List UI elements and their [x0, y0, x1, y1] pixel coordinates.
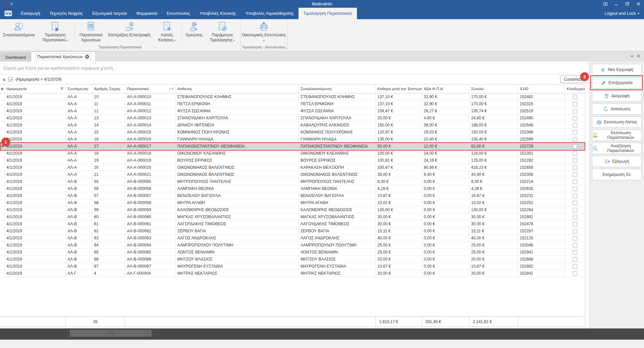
locked-checkbox[interactable] — [573, 151, 577, 156]
sidebar-button-refresh[interactable]: Ανανέωση — [592, 103, 642, 115]
ribbon-tab-8[interactable]: Τιμολόγηση Περιστατικού — [298, 8, 357, 19]
close-tab-icon[interactable] — [85, 54, 89, 59]
table-row[interactable]: 4/1/2019ΑΛ-Β58ΑΛ-Β-000058ΜΗΤΡΑ ΑΓΑΘΗΜΗΤΡ… — [0, 199, 585, 206]
locked-checkbox[interactable] — [573, 194, 577, 198]
locked-checkbox[interactable] — [573, 229, 577, 233]
locked-checkbox-cell[interactable] — [565, 256, 585, 263]
table-row[interactable]: 4/1/2019ΑΛ-Α11ΑΛ-Α-000011ΠΕΤΣΑ ΕΡΜΙΟΝΗΠΕ… — [0, 101, 585, 108]
ribbon-tab-7[interactable]: Υποβολές Αιμοκάθαρσης — [241, 8, 298, 19]
locked-checkbox[interactable] — [573, 137, 577, 142]
funnel-icon[interactable] — [60, 87, 64, 91]
close-button[interactable] — [633, 0, 644, 8]
locked-checkbox[interactable] — [573, 158, 577, 163]
ribbon-tab-5[interactable]: Εκτυπώσεις — [162, 8, 195, 19]
locked-checkbox[interactable] — [573, 201, 577, 205]
sidebar-button-trash[interactable]: Διαγραφή — [592, 90, 642, 102]
ribbon-tab-2[interactable]: Τεχνητός Νεφρός — [45, 8, 88, 19]
filter-checkbox[interactable] — [8, 77, 13, 82]
locked-checkbox-cell[interactable] — [565, 199, 585, 206]
locked-checkbox[interactable] — [573, 208, 577, 212]
locked-checkbox[interactable] — [573, 172, 577, 177]
table-row[interactable]: 4/1/2019ΑΛ-Α20ΑΛ-Α-000020ΟΙΚΟΝΟΜΑΚΟΣ ΒΑΛ… — [0, 164, 585, 171]
clear-filter-button[interactable]: x — [3, 77, 5, 82]
table-row[interactable]: 4/1/2019ΑΛ-Α14ΑΛ-Α-000014ΔΡΑΚΟΥ ΙΦΙΓΕΝΕΙ… — [0, 122, 585, 129]
locked-checkbox[interactable] — [573, 215, 577, 219]
minimize-button[interactable] — [611, 0, 622, 8]
sidebar-button-plus[interactable]: Νέα Εγγραφή — [592, 64, 642, 75]
locked-checkbox-cell[interactable] — [565, 136, 585, 143]
ribbon-button-doc-table[interactable]: Παραστατικά Χρεώσεων — [76, 20, 106, 45]
column-header-locked[interactable]: Κλειδωμένο — [565, 84, 585, 93]
ribbon-tab-4[interactable]: Φαρμακείο — [132, 8, 162, 19]
column-header-party[interactable]: Συναλλασσόμενος — [299, 84, 376, 93]
locked-checkbox[interactable] — [573, 271, 577, 276]
table-row[interactable]: 4/1/2019ΑΛ-Β55ΑΛ-Β-000055ΜΗΤΡΟΠΟΥΛΟΣ ΠΑΝ… — [0, 178, 585, 185]
locked-checkbox[interactable] — [573, 236, 577, 240]
locked-checkbox-cell[interactable] — [565, 214, 585, 220]
sidebar-button-doc-print[interactable]: Εκτύπωση Παραστατικών — [592, 129, 642, 141]
table-row[interactable]: 4/1/2019ΑΛ-Β56ΑΛ-Β-000056ΛΑΜΠΑΚΗ ΘΕΟΝΙΑΛ… — [0, 185, 585, 192]
column-header-total[interactable]: Σύνολο — [469, 84, 518, 93]
locked-checkbox-cell[interactable] — [565, 108, 585, 114]
sidebar-button-s1-update[interactable]: Ενημέρωση S1 — [592, 169, 642, 180]
table-row[interactable]: 4/1/2019ΑΛ-Β60ΑΛ-Β-000060ΜΑΓΚΑΣ ΧΡΥΣΟΒΑΛ… — [0, 214, 585, 221]
locked-checkbox-cell[interactable] — [565, 235, 585, 241]
table-row[interactable]: 4/1/2019ΑΛ-Β59ΑΛ-Β-000059ΚΑΛΟΜΟΙΡΗΣ ΘΕΟΔ… — [0, 206, 585, 214]
column-header-net[interactable]: Καθαρή μετά την Έκπτωσ — [376, 84, 422, 93]
locked-checkbox-cell[interactable] — [565, 129, 585, 136]
locked-checkbox-cell[interactable] — [565, 115, 585, 121]
column-header-s1id[interactable]: S1ID — [518, 84, 565, 93]
column-header-serial[interactable]: Αριθμός Σειράς — [92, 84, 125, 93]
document-tab-2[interactable]: Παραστατικά Χρεώσεων — [31, 51, 96, 62]
locked-checkbox-cell[interactable] — [565, 157, 585, 164]
locked-checkbox[interactable] — [573, 116, 577, 120]
locked-checkbox-cell[interactable] — [565, 93, 585, 100]
locked-checkbox-cell[interactable] — [565, 206, 585, 213]
close-tab-icon[interactable] — [637, 54, 640, 59]
locked-checkbox-cell[interactable] — [565, 192, 585, 199]
locked-checkbox[interactable] — [573, 257, 577, 262]
locked-checkbox[interactable] — [573, 243, 577, 247]
column-header-vat[interactable]: Αξία Φ.Π.Α. — [422, 84, 469, 93]
table-row[interactable]: 4/1/2019ΑΛ-Α10ΑΛ-Α-000010ΣΤΕΦΑΝΟΠΟΥΛΟΣ Κ… — [0, 93, 585, 101]
locked-checkbox-cell[interactable] — [565, 228, 585, 234]
sidebar-button-search[interactable]: Αναζήτηση Παραστατικών — [592, 143, 642, 154]
ribbon-tab-6[interactable]: Υποβολές Κλινικής — [195, 8, 241, 19]
logout-button[interactable]: Logout and Lock ▾ — [600, 8, 644, 19]
sidebar-button-export[interactable]: Εξαγωγή — [592, 156, 642, 167]
locked-checkbox[interactable] — [573, 180, 577, 184]
table-row[interactable]: 4/1/2019ΑΛ-Α15ΑΛ-Α-000015ΚΟΜΝΗΝΟΣ ΠΟΛΥΧΡ… — [0, 129, 585, 136]
locked-checkbox-cell[interactable] — [565, 221, 585, 227]
column-header-patient[interactable]: Ασθενής — [176, 84, 299, 93]
locked-checkbox-cell[interactable] — [565, 122, 585, 128]
table-row[interactable]: 4/1/2019ΑΛ-Α12ΑΛ-Α-000012ΦΥΣΣΑ ΣΩΣΑΝΝΑΦΥ… — [0, 108, 585, 115]
locked-checkbox[interactable] — [573, 130, 577, 134]
locked-checkbox[interactable] — [573, 264, 577, 269]
locked-checkbox-cell[interactable] — [565, 242, 585, 248]
table-row[interactable]: 4/1/2019ΑΛ-Α17ΑΛ-Α-000017ΠΑΠΑΚΩΝΣΤΑΝΤΙΝΟ… — [0, 143, 585, 150]
ribbon-button-doc-play[interactable]: Τιμολόγηση Περιστατικού ▾ — [37, 20, 74, 45]
ribbon-button-doc-plus[interactable]: Λοιπές Κινήσεις ▾ — [153, 20, 181, 45]
locked-checkbox-cell[interactable] — [565, 270, 585, 277]
ribbon-button-printer-down[interactable]: Οικονομικές Εκτυπώσεις ▾ — [242, 20, 286, 45]
locked-checkbox-cell[interactable] — [565, 185, 585, 192]
locked-checkbox-cell[interactable] — [565, 178, 585, 185]
table-row[interactable]: 4/1/2019ΑΛ-Β66ΑΛ-Β-000066ΜΗΤΖΟΥ ΒΛΑΣΙΟΣΜ… — [0, 256, 585, 263]
document-tab-1[interactable]: Dashboard — [1, 53, 30, 62]
ribbon-button-hand-coin[interactable]: 1Εισπράξεις-Επιστροφές — [106, 20, 153, 45]
group-by-bar[interactable]: Σύρετε μια Στήλη για να ομαδοποιήσετε σύ… — [0, 62, 589, 75]
table-row[interactable]: 4/1/2019ΑΛ-Β67ΑΛ-Β-000067ΜΑΥΡΟΓΕΝΗ ΕΥΣΤΑ… — [0, 263, 585, 270]
column-header-abbr[interactable]: Συντόμευση — [66, 84, 92, 93]
locked-checkbox-cell[interactable] — [565, 101, 585, 107]
locked-checkbox[interactable] — [573, 165, 577, 170]
locked-checkbox[interactable] — [573, 109, 577, 113]
locked-checkbox[interactable] — [573, 144, 577, 149]
column-header-date[interactable]: Ημερομηνία — [5, 84, 66, 93]
table-row[interactable]: 4/1/2019ΑΛ-Β57ΑΛ-Β-000057ΒΕΝΙΖΕΛΟΥ ΒΑΓΙΟ… — [0, 192, 585, 199]
table-row[interactable]: 4/1/2019ΑΛ-Β64ΑΛ-Β-000064ΛΑΜΠΡΟΠΟΥΛΟΥ ΠΟ… — [0, 242, 585, 249]
ribbon-button-doc-gear[interactable]: Παράμετροι Τιμολόγησης ▾ — [205, 20, 239, 45]
quick-access-dropdown-icon[interactable] — [10, 2, 13, 6]
table-row[interactable]: 4/1/2019ΑΛ-Α13ΑΛ-Α-000013ΣΠΑΝΟΥΔΑΚΗ ΧΑΡΙ… — [0, 115, 585, 122]
tab-list-chevron-icon[interactable] — [630, 54, 634, 59]
ribbon-button-hand-gear[interactable]: Χρεώσεις — [183, 20, 205, 45]
